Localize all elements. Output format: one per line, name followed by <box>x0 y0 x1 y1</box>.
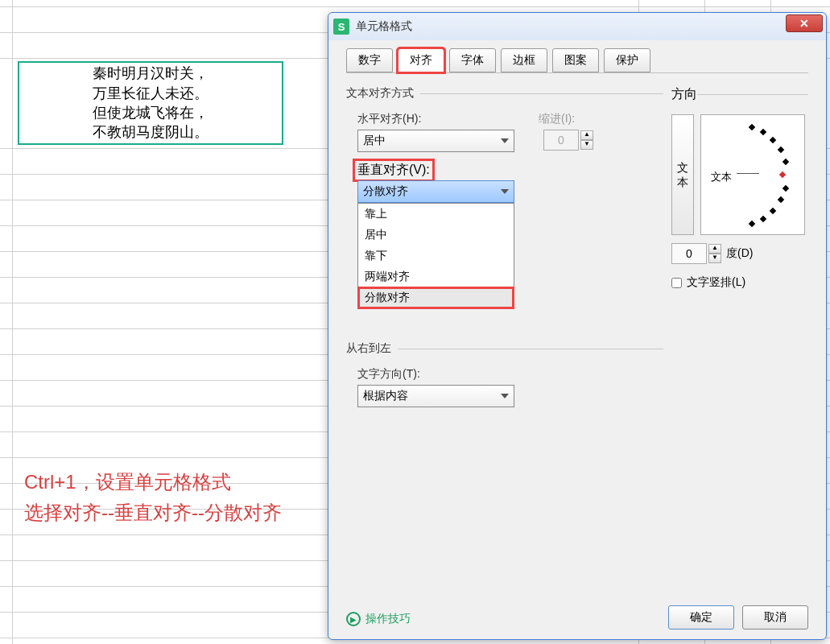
vertical-text-button[interactable]: 文 本 <box>671 114 694 235</box>
play-icon: ▶ <box>346 612 361 626</box>
text-dir-label: 文字方向(T): <box>357 367 663 382</box>
v-align-dropdown: 靠上 居中 靠下 两端对齐 分散对齐 <box>357 203 514 309</box>
angle-selector[interactable]: 文本 <box>700 114 805 235</box>
vert-btn-char: 文 <box>677 160 688 175</box>
close-button[interactable]: ✕ <box>786 14 823 32</box>
cell-line: 不教胡马度阴山。 <box>93 122 209 142</box>
annotation-line: 选择对齐--垂直对齐--分散对齐 <box>24 497 282 528</box>
tab-protect[interactable]: 保护 <box>604 48 650 72</box>
vertical-text-checkbox-row[interactable]: 文字竖排(L) <box>671 275 808 290</box>
chevron-down-icon <box>501 394 509 398</box>
degree-input[interactable] <box>671 243 707 264</box>
v-align-label: 垂直对齐(V): <box>354 160 433 180</box>
cell-line: 但使龙城飞将在， <box>93 103 209 122</box>
text-dir-value: 根据内容 <box>363 389 408 403</box>
degree-down[interactable]: ▼ <box>708 254 721 263</box>
tab-font[interactable]: 字体 <box>449 48 496 72</box>
dialog-title: 单元格格式 <box>356 19 412 34</box>
tab-alignment[interactable]: 对齐 <box>398 48 444 72</box>
tab-number[interactable]: 数字 <box>346 48 393 72</box>
group-label: 从右到左 <box>346 341 398 356</box>
ok-button[interactable]: 确定 <box>668 605 734 630</box>
indent-label: 缩进(I): <box>539 112 593 126</box>
group-label: 文本对齐方式 <box>346 86 420 101</box>
indent-up[interactable]: ▲ <box>580 130 593 140</box>
tab-pattern[interactable]: 图案 <box>552 48 599 72</box>
hint-link[interactable]: ▶ 操作技巧 <box>346 612 411 626</box>
instruction-annotation: Ctrl+1，设置单元格格式 选择对齐--垂直对齐--分散对齐 <box>24 467 282 529</box>
app-icon: S <box>333 19 349 35</box>
dialog-titlebar[interactable]: S 单元格格式 ✕ <box>328 13 826 40</box>
close-icon: ✕ <box>799 17 809 30</box>
chevron-down-icon <box>501 138 509 143</box>
rtl-group: 从右到左 文字方向(T): 根据内容 <box>346 341 663 419</box>
tab-border[interactable]: 边框 <box>501 48 547 72</box>
cell-format-dialog: S 单元格格式 ✕ 数字 对齐 字体 边框 图案 保护 文本对齐方式 水平对齐(… <box>328 12 827 640</box>
vertical-text-label: 文字竖排(L) <box>687 275 745 290</box>
indent-input[interactable] <box>543 130 579 151</box>
v-align-combo[interactable]: 分散对齐 <box>357 180 514 203</box>
degree-label: 度(D) <box>726 246 753 261</box>
annotation-line: Ctrl+1，设置单元格格式 <box>24 467 282 497</box>
v-align-value: 分散对齐 <box>363 184 408 199</box>
h-align-value: 居中 <box>363 134 386 148</box>
v-align-option[interactable]: 居中 <box>358 225 514 246</box>
text-dir-combo[interactable]: 根据内容 <box>357 385 514 407</box>
indent-down[interactable]: ▼ <box>580 140 593 150</box>
vertical-text-checkbox[interactable] <box>671 278 682 288</box>
v-align-option[interactable]: 靠上 <box>358 204 514 225</box>
v-align-option[interactable]: 靠下 <box>358 246 514 266</box>
degree-up[interactable]: ▲ <box>708 244 721 254</box>
cancel-button[interactable]: 取消 <box>742 605 808 630</box>
text-align-group: 文本对齐方式 水平对齐(H): 居中 缩进(I): <box>346 86 663 335</box>
v-align-option[interactable]: 两端对齐 <box>358 266 514 287</box>
cell-line: 万里长征人未还。 <box>93 84 209 103</box>
hint-text: 操作技巧 <box>365 612 411 626</box>
h-align-combo[interactable]: 居中 <box>357 130 514 152</box>
tab-row: 数字 对齐 字体 边框 图案 保护 <box>328 40 826 72</box>
cell-line: 秦时明月汉时关， <box>93 64 209 83</box>
direction-group: 方向 文 本 文本 <box>671 86 808 298</box>
v-align-option[interactable]: 分散对齐 <box>358 287 514 308</box>
selected-cell[interactable]: 秦时明月汉时关， 万里长征人未还。 但使龙城飞将在， 不教胡马度阴山。 <box>18 61 283 145</box>
vert-btn-char: 本 <box>677 175 688 189</box>
group-label: 方向 <box>671 86 697 103</box>
chevron-down-icon <box>501 189 509 194</box>
angle-text-marker: 文本 <box>711 170 732 184</box>
h-align-label: 水平对齐(H): <box>357 112 514 126</box>
